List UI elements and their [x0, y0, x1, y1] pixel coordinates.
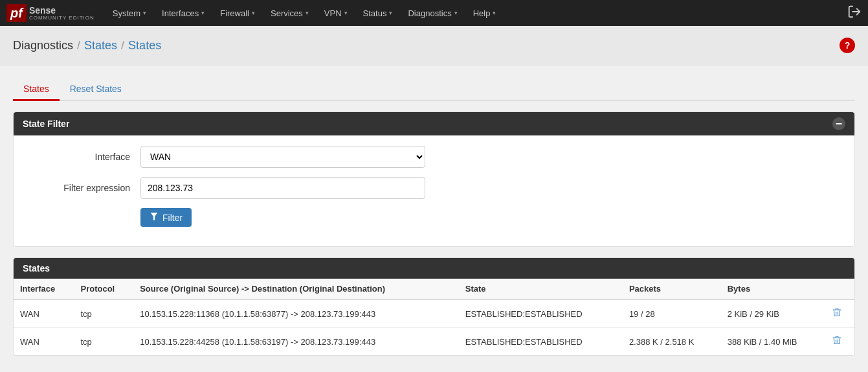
state-filter-header: State Filter −	[14, 112, 854, 135]
cell-interface: WAN	[14, 299, 74, 328]
cell-bytes: 2 KiB / 29 KiB	[721, 299, 825, 328]
breadcrumb: Diagnostics / States / States	[13, 39, 161, 52]
help-icon[interactable]: ?	[840, 38, 855, 53]
breadcrumb-link-states2[interactable]: States	[128, 39, 161, 52]
table-row: WAN tcp 10.153.15.228:11368 (10.1.1.58:6…	[14, 299, 854, 328]
funnel-icon	[150, 212, 159, 221]
nav-item-system[interactable]: System ▾	[105, 0, 154, 26]
cell-packets: 2.388 K / 2.518 K	[623, 328, 721, 356]
chevron-down-icon: ▾	[389, 10, 392, 16]
states-table-panel: States Interface Protocol Source (Origin…	[13, 257, 855, 356]
states-table: Interface Protocol Source (Original Sour…	[14, 279, 854, 355]
trash-icon	[832, 307, 842, 318]
chevron-down-icon: ▾	[201, 10, 205, 16]
states-table-title: States	[14, 258, 854, 279]
nav-item-services[interactable]: Services ▾	[263, 0, 317, 26]
breadcrumb-bar: Diagnostics / States / States ?	[0, 26, 868, 65]
cell-delete	[825, 299, 854, 328]
state-filter-title: State Filter	[23, 119, 69, 129]
nav-item-firewall[interactable]: Firewall ▾	[212, 0, 263, 26]
navbar-brand[interactable]: pf Sense COMMUNITY EDITION	[6, 4, 95, 22]
cell-bytes: 388 KiB / 1.40 MiB	[721, 328, 825, 356]
filter-expression-label: Filter expression	[24, 183, 140, 193]
logout-icon	[847, 5, 862, 19]
interface-select[interactable]: WAN LAN ALL	[140, 146, 425, 168]
col-packets: Packets	[623, 279, 721, 299]
cell-protocol: tcp	[74, 328, 134, 356]
cell-packets: 19 / 28	[623, 299, 721, 328]
panel-collapse-button[interactable]: −	[832, 117, 845, 130]
filter-button[interactable]: Filter	[140, 208, 192, 227]
breadcrumb-sep-2: /	[121, 39, 124, 52]
filter-button-row: Filter	[24, 208, 844, 227]
chevron-down-icon: ▾	[306, 10, 309, 16]
content-area: States Reset States State Filter − Inter…	[0, 65, 868, 369]
col-state: State	[459, 279, 623, 299]
trash-icon	[832, 334, 842, 346]
cell-interface: WAN	[14, 328, 74, 356]
chevron-down-icon: ▾	[454, 10, 458, 16]
state-filter-panel: State Filter − Interface WAN LAN ALL Fil…	[13, 111, 855, 247]
delete-state-button[interactable]	[832, 309, 842, 320]
breadcrumb-root: Diagnostics	[13, 39, 73, 52]
breadcrumb-sep-1: /	[77, 39, 80, 52]
state-filter-body: Interface WAN LAN ALL Filter expression	[14, 135, 854, 246]
nav-menu: System ▾ Interfaces ▾ Firewall ▾ Service…	[105, 0, 847, 26]
table-header-row: Interface Protocol Source (Original Sour…	[14, 279, 854, 299]
cell-protocol: tcp	[74, 299, 134, 328]
filter-icon	[150, 212, 159, 223]
navbar: pf Sense COMMUNITY EDITION System ▾ Inte…	[0, 0, 868, 26]
pfsense-edition: COMMUNITY EDITION	[29, 15, 95, 21]
nav-item-interfaces[interactable]: Interfaces ▾	[154, 0, 212, 26]
filter-expression-input[interactable]	[140, 177, 425, 199]
cell-source-dest: 10.153.15.228:11368 (10.1.1.58:63877) ->…	[133, 299, 459, 328]
interface-row: Interface WAN LAN ALL	[24, 146, 844, 168]
delete-state-button[interactable]	[832, 337, 842, 348]
nav-item-help[interactable]: Help ▾	[465, 0, 504, 26]
tab-bar: States Reset States	[13, 78, 855, 101]
cell-state: ESTABLISHED:ESTABLISHED	[459, 299, 623, 328]
logout-button[interactable]	[847, 5, 862, 22]
col-protocol: Protocol	[74, 279, 134, 299]
chevron-down-icon: ▾	[493, 10, 496, 16]
cell-delete	[825, 328, 854, 356]
interface-label: Interface	[24, 152, 140, 162]
nav-item-diagnostics[interactable]: Diagnostics ▾	[400, 0, 465, 26]
filter-expression-row: Filter expression	[24, 177, 844, 199]
chevron-down-icon: ▾	[252, 10, 255, 16]
col-interface: Interface	[14, 279, 74, 299]
pfsense-name: Sense	[29, 6, 95, 15]
chevron-down-icon: ▾	[344, 10, 348, 16]
tab-reset-states[interactable]: Reset States	[60, 78, 132, 101]
breadcrumb-link-states1[interactable]: States	[84, 39, 117, 52]
col-actions	[825, 279, 854, 299]
nav-item-status[interactable]: Status ▾	[355, 0, 401, 26]
col-bytes: Bytes	[721, 279, 825, 299]
cell-source-dest: 10.153.15.228:44258 (10.1.1.58:63197) ->…	[133, 328, 459, 356]
cell-state: ESTABLISHED:ESTABLISHED	[459, 328, 623, 356]
table-row: WAN tcp 10.153.15.228:44258 (10.1.1.58:6…	[14, 328, 854, 356]
tab-states[interactable]: States	[13, 78, 60, 101]
col-source-dest: Source (Original Source) -> Destination …	[133, 279, 459, 299]
svg-marker-1	[151, 213, 158, 220]
chevron-down-icon: ▾	[143, 10, 146, 16]
nav-item-vpn[interactable]: VPN ▾	[317, 0, 355, 26]
pfsense-logo-icon: pf	[6, 4, 27, 22]
